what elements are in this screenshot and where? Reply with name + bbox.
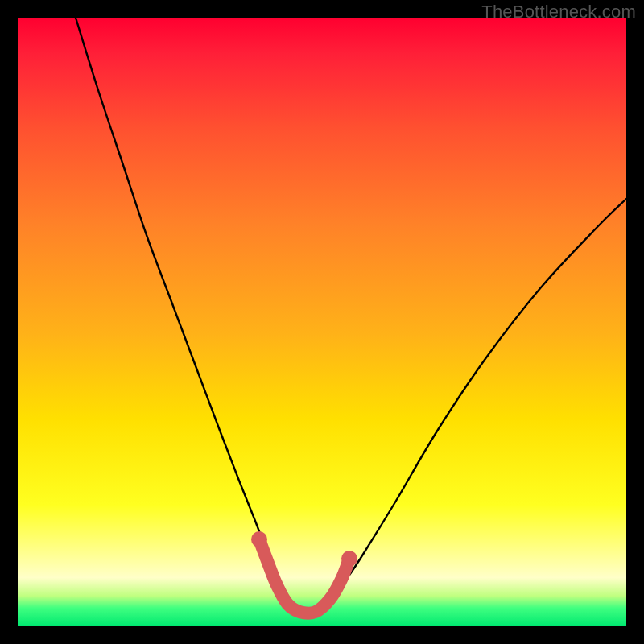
chart-frame: TheBottleneck.com [0, 0, 644, 644]
trough-highlight [259, 539, 349, 613]
curve-layer [18, 18, 626, 626]
plot-area [18, 18, 626, 626]
trough-end-dot [251, 531, 267, 547]
trough-end-dot [341, 551, 357, 567]
bottleneck-curve [76, 18, 626, 611]
